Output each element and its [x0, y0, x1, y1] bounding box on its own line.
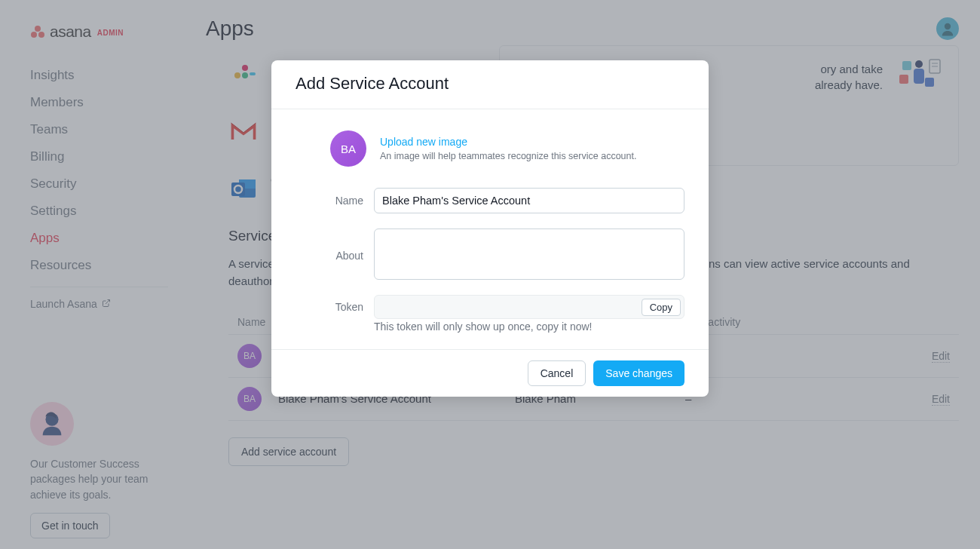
token-label: Token — [296, 301, 363, 313]
form-row-about: About — [296, 228, 684, 280]
name-input[interactable] — [374, 188, 684, 213]
modal-header: Add Service Account — [271, 60, 709, 109]
name-label: Name — [296, 195, 363, 207]
copy-token-button[interactable]: Copy — [642, 299, 681, 316]
token-display: Copy — [374, 295, 684, 319]
service-account-avatar-preview: BA — [330, 130, 366, 167]
token-hint: This token will only show up once, copy … — [374, 321, 684, 333]
modal-body: BA Upload new image An image will help t… — [271, 109, 709, 349]
about-label: About — [296, 228, 363, 262]
modal-overlay[interactable]: Add Service Account BA Upload new image … — [0, 0, 980, 549]
cancel-button[interactable]: Cancel — [528, 360, 586, 386]
add-service-account-modal: Add Service Account BA Upload new image … — [271, 60, 709, 397]
form-row-token: Token Copy — [296, 295, 684, 319]
about-textarea[interactable] — [374, 228, 684, 280]
modal-footer: Cancel Save changes — [271, 349, 709, 397]
save-changes-button[interactable]: Save changes — [593, 360, 684, 386]
form-row-name: Name — [296, 188, 684, 213]
modal-title: Add Service Account — [296, 74, 684, 94]
upload-new-image-link[interactable]: Upload new image — [380, 136, 636, 148]
upload-row: BA Upload new image An image will help t… — [296, 130, 684, 167]
upload-caption: An image will help teammates recognize t… — [380, 151, 636, 161]
